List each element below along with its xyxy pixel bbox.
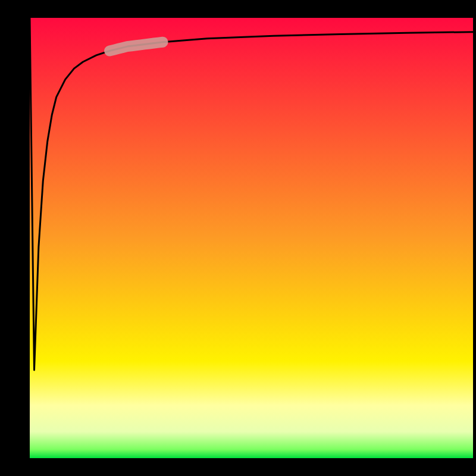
chart-svg bbox=[0, 0, 476, 476]
chart-container: TheBottleneck.com bbox=[0, 0, 476, 476]
plot-background bbox=[30, 18, 473, 458]
watermark: TheBottleneck.com bbox=[343, 4, 470, 20]
